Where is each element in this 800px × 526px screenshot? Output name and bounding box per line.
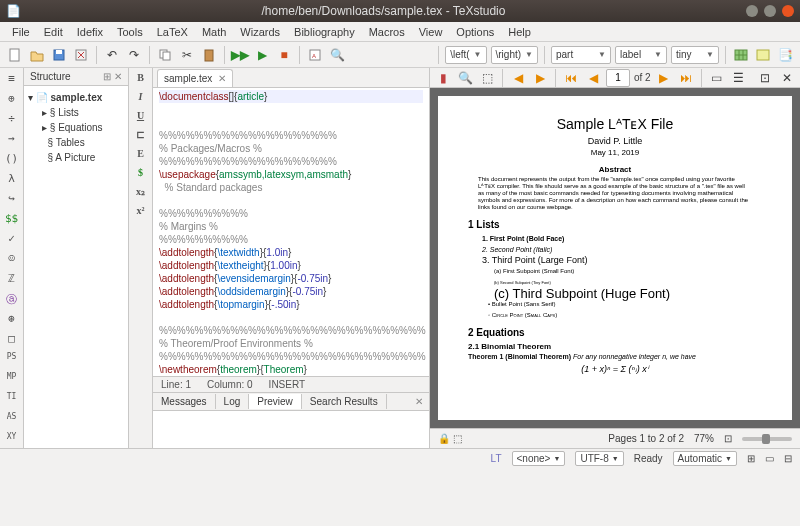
symbol-arrows-icon[interactable]: → bbox=[4, 132, 20, 146]
new-file-icon[interactable] bbox=[6, 46, 24, 64]
minimize-button[interactable] bbox=[746, 5, 758, 17]
menu-help[interactable]: Help bbox=[502, 24, 537, 40]
menu-tools[interactable]: Tools bbox=[111, 24, 149, 40]
menu-math[interactable]: Math bbox=[196, 24, 232, 40]
editor-tab[interactable]: sample.tex ✕ bbox=[157, 69, 233, 87]
subscript-icon[interactable]: x₂ bbox=[133, 186, 149, 200]
menu-file[interactable]: File bbox=[6, 24, 36, 40]
mode-combo[interactable]: Automatic▼ bbox=[673, 451, 737, 466]
structure-close-icon[interactable]: ⊞ ✕ bbox=[103, 71, 122, 82]
pv-prevpage-icon[interactable]: ◀ bbox=[584, 69, 602, 87]
menu-macros[interactable]: Macros bbox=[363, 24, 411, 40]
tree-item-equations[interactable]: ▸ § Equations bbox=[28, 120, 124, 135]
align-left-icon[interactable]: ⊏ bbox=[133, 129, 149, 143]
symbol-favorites-icon[interactable]: ⊛ bbox=[4, 312, 20, 326]
bookmark-icon[interactable]: 📑 bbox=[776, 46, 794, 64]
undo-icon[interactable]: ↶ bbox=[103, 46, 121, 64]
compile-icon[interactable]: ▶ bbox=[253, 46, 271, 64]
label-combo[interactable]: label▼ bbox=[615, 46, 667, 64]
symbol-misc-math-icon[interactable]: ✓ bbox=[4, 232, 20, 246]
pv-fit-icon[interactable]: ⊡ bbox=[724, 433, 732, 444]
structure-toggle-icon[interactable]: ⊞ bbox=[747, 453, 755, 464]
pv-first-icon[interactable]: ⏮ bbox=[562, 69, 580, 87]
section-combo[interactable]: part▼ bbox=[551, 46, 611, 64]
paste-icon[interactable] bbox=[200, 46, 218, 64]
symbol-mostused-icon[interactable]: □ bbox=[4, 332, 20, 346]
pv-next-icon[interactable]: ▶ bbox=[531, 69, 549, 87]
close-file-icon[interactable] bbox=[72, 46, 90, 64]
maximize-button[interactable] bbox=[764, 5, 776, 17]
pv-prev-icon[interactable]: ◀ bbox=[509, 69, 527, 87]
symbol-structure-icon[interactable]: ≡ bbox=[4, 72, 20, 86]
pv-single-icon[interactable]: ▭ bbox=[708, 69, 726, 87]
pv-zoom[interactable]: 77% bbox=[694, 433, 714, 444]
tab-messages[interactable]: Messages bbox=[153, 394, 216, 409]
emphasis-icon[interactable]: E bbox=[133, 148, 149, 162]
symbol-asymptote-icon[interactable]: AS bbox=[4, 412, 20, 426]
language-combo[interactable]: <none>▼ bbox=[512, 451, 566, 466]
spellcheck-icon[interactable]: LT bbox=[491, 453, 502, 464]
pv-last-icon[interactable]: ⏭ bbox=[677, 69, 695, 87]
code-editor[interactable]: \documentclass[]{article} %%%%%%%%%%%%%%… bbox=[153, 88, 429, 376]
bottom-close-icon[interactable]: ✕ bbox=[407, 394, 429, 409]
pv-search-icon[interactable]: 🔍 bbox=[456, 69, 474, 87]
tab-log[interactable]: Log bbox=[216, 394, 250, 409]
symbol-tikz-icon[interactable]: TI bbox=[4, 392, 20, 406]
preview-toggle-icon[interactable]: ⊟ bbox=[784, 453, 792, 464]
open-file-icon[interactable] bbox=[28, 46, 46, 64]
symbol-relations-icon[interactable]: ÷ bbox=[4, 112, 20, 126]
bold-icon[interactable]: B bbox=[133, 72, 149, 86]
menu-view[interactable]: View bbox=[413, 24, 449, 40]
inline-math-icon[interactable]: $ bbox=[133, 167, 149, 181]
menu-options[interactable]: Options bbox=[450, 24, 500, 40]
pv-lock-icon[interactable]: 🔒 ⬚ bbox=[438, 433, 462, 444]
menu-edit[interactable]: Edit bbox=[38, 24, 69, 40]
menu-wizards[interactable]: Wizards bbox=[234, 24, 286, 40]
table-icon[interactable] bbox=[732, 46, 750, 64]
view-pdf-icon[interactable]: A bbox=[306, 46, 324, 64]
symbol-misc-text-icon[interactable]: ☺ bbox=[4, 252, 20, 266]
tree-item-tables[interactable]: § Tables bbox=[28, 135, 124, 150]
stop-icon[interactable]: ■ bbox=[275, 46, 293, 64]
tree-root[interactable]: ▾ 📄 sample.tex bbox=[28, 90, 124, 105]
close-button[interactable] bbox=[782, 5, 794, 17]
preview-viewport[interactable]: Sample LᴬTᴇX File David P. Little May 11… bbox=[430, 88, 800, 428]
pv-continuous-icon[interactable]: ☰ bbox=[730, 69, 748, 87]
symbol-pstricks-icon[interactable]: PS bbox=[4, 352, 20, 366]
underline-icon[interactable]: U bbox=[133, 110, 149, 124]
redo-icon[interactable]: ↷ bbox=[125, 46, 143, 64]
symbol-cyrillic-icon[interactable]: ↪ bbox=[4, 192, 20, 206]
pv-close-icon[interactable]: ✕ bbox=[778, 69, 796, 87]
symbol-metapost-icon[interactable]: MP bbox=[4, 372, 20, 386]
menu-latex[interactable]: LaTeX bbox=[151, 24, 194, 40]
tab-close-icon[interactable]: ✕ bbox=[218, 73, 226, 84]
symbol-greek-icon[interactable]: λ bbox=[4, 172, 20, 186]
encoding-combo[interactable]: UTF-8▼ bbox=[575, 451, 623, 466]
menu-idefix[interactable]: Idefix bbox=[71, 24, 109, 40]
pv-window-icon[interactable]: ⊡ bbox=[756, 69, 774, 87]
symbol-delimiters-icon[interactable]: () bbox=[4, 152, 20, 166]
symbol-operators-icon[interactable]: ⊕ bbox=[4, 92, 20, 106]
build-view-icon[interactable]: ▶▶ bbox=[231, 46, 249, 64]
italic-icon[interactable]: I bbox=[133, 91, 149, 105]
tab-preview[interactable]: Preview bbox=[249, 394, 302, 409]
left-delim-combo[interactable]: \left(▼ bbox=[445, 46, 486, 64]
symbol-math-icon[interactable]: $$ bbox=[4, 212, 20, 226]
image-icon[interactable] bbox=[754, 46, 772, 64]
view-log-icon[interactable]: 🔍 bbox=[328, 46, 346, 64]
messages-toggle-icon[interactable]: ▭ bbox=[765, 453, 774, 464]
cut-icon[interactable]: ✂ bbox=[178, 46, 196, 64]
save-icon[interactable] bbox=[50, 46, 68, 64]
symbol-wasysym-icon[interactable]: ℤ bbox=[4, 272, 20, 286]
superscript-icon[interactable]: x² bbox=[133, 205, 149, 219]
pv-cursor-icon[interactable]: ⬚ bbox=[478, 69, 496, 87]
size-combo[interactable]: tiny▼ bbox=[671, 46, 719, 64]
tree-item-lists[interactable]: ▸ § Lists bbox=[28, 105, 124, 120]
pv-mark-icon[interactable]: ▮ bbox=[434, 69, 452, 87]
pv-page-input[interactable] bbox=[606, 69, 630, 87]
tree-item-picture[interactable]: § A Picture bbox=[28, 150, 124, 165]
menu-bibliography[interactable]: Bibliography bbox=[288, 24, 361, 40]
pv-nextpage-icon[interactable]: ▶ bbox=[655, 69, 673, 87]
symbol-xypic-icon[interactable]: XY bbox=[4, 432, 20, 446]
pv-zoom-slider[interactable] bbox=[742, 437, 792, 441]
